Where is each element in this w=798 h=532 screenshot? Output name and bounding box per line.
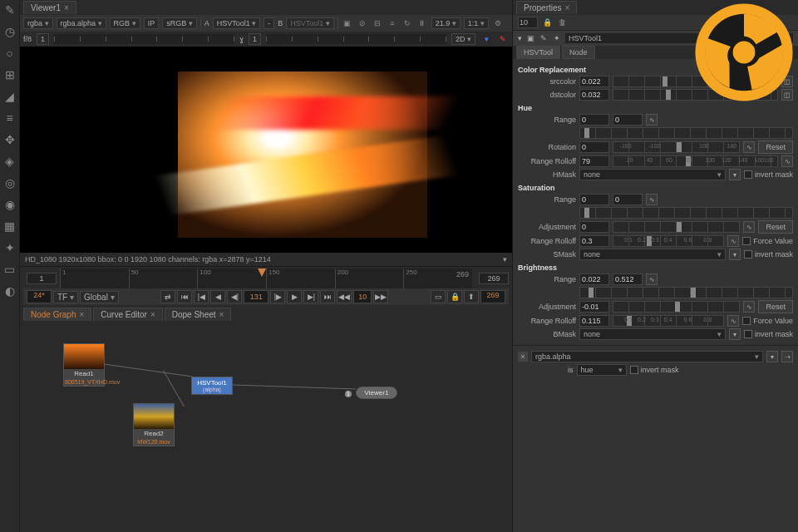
wipe-button[interactable]: - xyxy=(264,17,274,29)
shuffle-icon[interactable]: ⇄ xyxy=(160,290,175,303)
mask-close-button[interactable]: × xyxy=(518,352,528,362)
properties-tab[interactable]: Properties× xyxy=(516,1,577,14)
mask-is-dropdown[interactable]: hue xyxy=(577,364,627,376)
hue-range-slider[interactable] xyxy=(579,127,793,139)
curve-icon[interactable]: ▾ xyxy=(729,169,741,180)
curve-icon[interactable]: ∿ xyxy=(743,141,755,153)
mask-invert-check[interactable]: invert mask xyxy=(630,366,679,374)
hue-rolloff-input[interactable] xyxy=(579,155,609,167)
smask-invert[interactable]: invert mask xyxy=(744,250,793,259)
gamma-slider[interactable] xyxy=(266,34,446,44)
ratio-field[interactable]: 1:1 xyxy=(464,17,489,29)
fstop-value[interactable]: 1 xyxy=(37,33,49,45)
node-read2[interactable]: Read2 MW120.mov xyxy=(133,403,175,446)
bri-adjust-input[interactable] xyxy=(579,301,609,313)
chevron-down-icon[interactable]: ▾ xyxy=(503,255,507,264)
snap-icon[interactable]: ▾ xyxy=(480,33,492,45)
step-fwd-button[interactable]: |▶ xyxy=(270,290,285,303)
step-back-button[interactable]: ◀| xyxy=(227,290,242,303)
grid-icon[interactable]: ⊞ xyxy=(3,68,17,81)
fps-field[interactable]: 24* xyxy=(27,290,52,303)
first-frame-button[interactable]: ⏮ xyxy=(177,290,192,303)
close-icon[interactable]: × xyxy=(219,310,224,319)
input-b-dropdown[interactable]: HSVTool1 xyxy=(286,17,334,29)
cube-icon[interactable]: ◈ xyxy=(3,155,17,168)
curve-icon[interactable]: ∿ xyxy=(727,235,739,247)
sat-range-slider[interactable] xyxy=(579,207,793,219)
paint-icon[interactable]: ✎ xyxy=(539,33,549,43)
reset-button[interactable]: Reset xyxy=(758,300,793,313)
curve-icon[interactable]: ▾ xyxy=(729,328,741,340)
sat-adjust-input[interactable] xyxy=(579,221,609,233)
clock-icon[interactable]: ◷ xyxy=(3,25,17,38)
close-icon[interactable]: × xyxy=(64,3,69,12)
clear-icon[interactable]: 🗑 xyxy=(556,17,568,28)
props-count[interactable] xyxy=(518,17,538,28)
bmask-invert[interactable]: invert mask xyxy=(744,330,793,338)
curve-icon[interactable]: ∿ xyxy=(743,221,755,233)
misc-icon[interactable]: ◐ xyxy=(3,284,17,298)
roi-icon[interactable]: ▣ xyxy=(342,17,353,29)
sat-rolloff-input[interactable] xyxy=(579,235,609,247)
zoom-field[interactable]: 21.9 xyxy=(431,17,461,29)
sat-range-b[interactable] xyxy=(613,194,643,205)
chart-icon[interactable]: ◢ xyxy=(3,90,17,103)
close-icon[interactable]: × xyxy=(565,3,570,12)
lock-icon[interactable]: 🔒 xyxy=(447,290,462,303)
gear-icon[interactable]: ⚙ xyxy=(492,17,504,29)
sat-range-a[interactable] xyxy=(579,194,609,205)
tf-dropdown[interactable]: TF xyxy=(53,291,78,303)
refresh-icon[interactable]: ↻ xyxy=(401,17,413,29)
timeline-ruler[interactable]: 1 50 100 150 200 250 269 xyxy=(60,268,472,288)
hmask-dropdown[interactable]: none xyxy=(579,169,726,180)
curve-icon[interactable]: ∿ xyxy=(727,315,739,327)
exposure-slider[interactable] xyxy=(54,34,234,44)
palette-icon[interactable]: ▦ xyxy=(3,219,17,233)
curve-icon[interactable]: ▾ xyxy=(729,249,741,260)
mask-opts-icon[interactable]: ▾ xyxy=(766,351,778,362)
hue-range-a[interactable] xyxy=(579,114,609,126)
node-viewer[interactable]: 1 Viewer1 xyxy=(356,387,397,399)
curveeditor-tab[interactable]: Curve Editor× xyxy=(93,308,162,321)
viewmode-dropdown[interactable]: 2D xyxy=(451,33,475,45)
reset-button[interactable]: Reset xyxy=(758,140,793,154)
viewer-tab[interactable]: Viewer1 × xyxy=(23,1,76,14)
mask-link-icon[interactable]: ⇢ xyxy=(781,351,793,362)
node-read1[interactable]: Read1 800519_VTXHD.mov xyxy=(63,343,105,387)
nodegraph-tab[interactable]: Node Graph× xyxy=(23,308,91,321)
pause-icon[interactable]: ⏸ xyxy=(416,17,428,29)
rotation-slider[interactable]: -180 -100 100 180 xyxy=(613,141,740,153)
frame-start[interactable]: 1 xyxy=(27,273,57,284)
range-icon[interactable]: ▭ xyxy=(431,290,446,303)
sat-adjust-slider[interactable] xyxy=(613,221,740,233)
proxy-icon[interactable]: ⊘ xyxy=(357,17,368,29)
curve-icon[interactable]: ∿ xyxy=(781,155,793,167)
channel-dropdown[interactable]: rgba xyxy=(23,17,53,29)
last-frame-button[interactable]: ⏭ xyxy=(320,290,335,303)
rotation-input[interactable] xyxy=(579,141,609,153)
skip-back-button[interactable]: ◀◀ xyxy=(337,290,352,303)
input-a-dropdown[interactable]: HSVTool1 xyxy=(213,17,261,29)
curve-icon[interactable]: ∿ xyxy=(646,194,658,205)
bri-rolloff-input[interactable] xyxy=(579,315,609,327)
bri-range-b[interactable] xyxy=(613,273,643,285)
curve-icon[interactable]: ∿ xyxy=(646,273,658,285)
upload-icon[interactable]: ⬆ xyxy=(464,290,479,303)
target-icon[interactable]: ◎ xyxy=(3,176,17,190)
pointer-icon[interactable]: ✎ xyxy=(3,3,17,17)
dopesheet-tab[interactable]: Dope Sheet× xyxy=(165,308,232,321)
play-fwd-button[interactable]: ▶ xyxy=(287,290,302,303)
prev-key-button[interactable]: |◀ xyxy=(194,290,209,303)
global-dropdown[interactable]: Global xyxy=(80,291,119,303)
hmask-invert[interactable]: invert mask xyxy=(744,170,793,179)
sat-rolloff-slider[interactable]: 0.1 0.2 0.3 0.4 0.6 0.8 xyxy=(613,235,724,247)
node-hsvtool[interactable]: HSVTool1 (alpha) xyxy=(191,377,233,395)
clip-icon[interactable]: ⊟ xyxy=(372,17,383,29)
close-icon[interactable]: × xyxy=(150,310,155,319)
hue-rolloff-slider[interactable]: 20 40 60 80 100 120 140 160180 xyxy=(613,155,778,167)
skip-field[interactable] xyxy=(353,290,372,303)
center-icon[interactable]: ▣ xyxy=(525,33,535,43)
current-frame[interactable] xyxy=(244,290,268,303)
curve-icon[interactable]: ∿ xyxy=(646,114,658,126)
eye-icon[interactable]: ◉ xyxy=(3,198,17,211)
